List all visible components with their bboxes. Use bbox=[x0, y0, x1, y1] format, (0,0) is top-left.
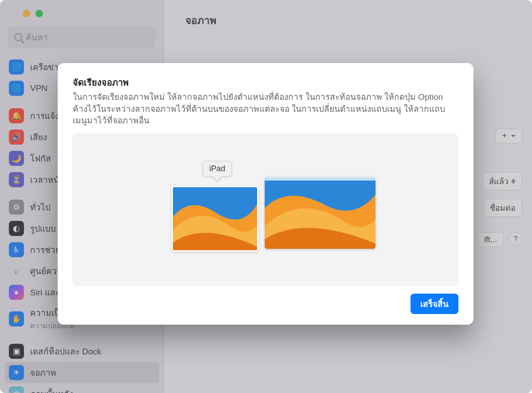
display-ipad[interactable] bbox=[172, 186, 258, 252]
sidebar-item-displays-icon: ☀ bbox=[9, 365, 24, 380]
search-icon bbox=[14, 33, 22, 41]
sidebar-item-desktop-icon: ▣ bbox=[9, 344, 24, 359]
wallpaper-thumbnail-icon bbox=[265, 177, 376, 249]
display-main[interactable] bbox=[265, 177, 376, 249]
search-placeholder: ค้นหา bbox=[26, 31, 48, 44]
sidebar-item-network-icon: 🌐 bbox=[9, 59, 24, 75]
window-controls bbox=[0, 0, 164, 22]
sidebar-item-siri-icon: ● bbox=[9, 285, 24, 300]
wallpaper-thumbnail-icon bbox=[173, 187, 257, 250]
settings-window: ค้นหา 🌐เครือข่าย🌐VPN🔔การแจ้งเตือน🔊เสียง🌙… bbox=[0, 0, 532, 393]
sidebar-item-label: จอภาพ bbox=[30, 366, 56, 379]
close-window-button[interactable] bbox=[10, 10, 17, 17]
sidebar-item-controlcenter-icon: ⌕ bbox=[9, 263, 24, 279]
sidebar-item-general-icon: ⚙︎ bbox=[9, 200, 24, 215]
connect-button[interactable]: ชื่อมต่อ bbox=[483, 199, 522, 217]
sidebar-item-privacy-icon: ✋ bbox=[9, 311, 24, 326]
zoom-window-button[interactable] bbox=[35, 10, 43, 17]
sidebar-item-label: VPN bbox=[30, 83, 47, 93]
done-button[interactable]: เสร็จสิ้น bbox=[411, 294, 458, 314]
sidebar-item-desktop[interactable]: ▣เดสก์ท็อปและ Dock bbox=[4, 341, 159, 362]
sidebar-item-wallpaper[interactable]: ❀ภาพพื้นหลัง bbox=[4, 383, 159, 393]
sidebar-item-label: รูปแบบ bbox=[30, 222, 56, 235]
sidebar-item-screentime-icon: ⏳ bbox=[9, 172, 24, 187]
sidebar-item-label: โฟกัส bbox=[30, 152, 51, 165]
sidebar-item-vpn-icon: 🌐 bbox=[9, 81, 24, 96]
minimize-window-button[interactable] bbox=[23, 10, 30, 17]
display-arrangement-area[interactable]: iPad bbox=[73, 134, 458, 286]
help-button[interactable]: ? bbox=[509, 232, 522, 246]
arrange-displays-dialog: จัดเรียงจอภาพ ในการจัดเรียงจอภาพใหม่ ให้… bbox=[58, 63, 473, 325]
sidebar-item-appearance-icon: ◐ bbox=[9, 221, 24, 236]
sidebar-item-label: ทั่วไป bbox=[30, 200, 51, 214]
search-input[interactable]: ค้นหา bbox=[8, 26, 156, 48]
display-tooltip: iPad bbox=[203, 161, 232, 177]
sidebar-item-label: ภาพพื้นหลัง bbox=[30, 387, 73, 393]
sync-status-select[interactable]: ส์แล้ว bbox=[482, 172, 522, 190]
dialog-title: จัดเรียงจอภาพ bbox=[73, 75, 458, 90]
sidebar-item-notifications-icon: 🔔 bbox=[9, 108, 24, 123]
sidebar-item-focus-icon: 🌙 bbox=[9, 151, 24, 166]
dialog-description: ในการจัดเรียงจอภาพใหม่ ให้ลากจอภาพไปยังต… bbox=[73, 91, 458, 127]
sidebar-item-label: เดสก์ท็อปและ Dock bbox=[30, 345, 102, 358]
sidebar-item-accessibility-icon: ♿︎ bbox=[9, 242, 24, 257]
sidebar-item-wallpaper-icon: ❀ bbox=[9, 386, 24, 393]
chevron-down-icon bbox=[511, 135, 516, 138]
add-display-button[interactable]: + bbox=[495, 129, 522, 143]
updown-icon bbox=[511, 179, 516, 184]
svg-rect-2 bbox=[265, 177, 376, 181]
sidebar-item-label: เสียง bbox=[30, 130, 47, 144]
dialog-footer: เสร็จสิ้น bbox=[73, 286, 458, 314]
sidebar-item-displays[interactable]: ☀จอภาพ bbox=[4, 362, 159, 383]
night-shift-button[interactable]: ift... bbox=[477, 232, 504, 247]
page-title: จอภาพ bbox=[164, 0, 532, 36]
sidebar-item-sound-icon: 🔊 bbox=[9, 130, 24, 145]
